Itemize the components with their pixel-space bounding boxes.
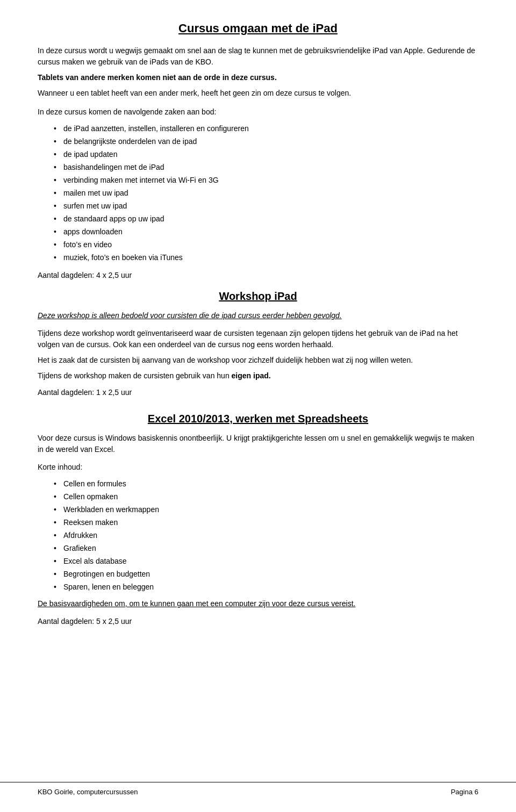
excel-footer-note: De basisvaardigheden om, om te kunnen ga… (38, 598, 478, 609)
excel-section: Excel 2010/2013, werken met Spreadsheets… (38, 413, 478, 626)
workshop-title: Workshop iPad (38, 290, 478, 303)
excel-subjects-list: Cellen en formules Cellen opmaken Werkbl… (54, 478, 478, 593)
footer-right: Pagina 6 (451, 788, 478, 796)
list-item: Grafieken (54, 543, 478, 554)
page-footer: KBO Goirle, computercursussen Pagina 6 (0, 782, 516, 801)
list-item: Cellen en formules (54, 478, 478, 490)
list-item: Werkbladen en werkmappen (54, 504, 478, 515)
list-item: Reeksen maken (54, 517, 478, 528)
subjects-list: de iPad aanzetten, instellen, installere… (54, 123, 478, 263)
list-item: foto’s en video (54, 239, 478, 250)
list-item: Sparen, lenen en beleggen (54, 581, 478, 593)
list-item: mailen met uw ipad (54, 188, 478, 199)
list-item: Afdrukken (54, 530, 478, 541)
page-container: Cursus omgaan met de iPad In deze cursus… (0, 0, 516, 812)
workshop-desc-3: Tijdens de workshop maken de cursisten g… (38, 370, 478, 382)
list-item: muziek, foto’s en boeken via iTunes (54, 252, 478, 263)
list-item: de ipad updaten (54, 149, 478, 160)
workshop-subtitle-text: Deze workshop is alleen bedoeld voor cur… (38, 311, 342, 320)
list-item: verbinding maken met internet via Wi-Fi … (54, 175, 478, 186)
bold-tablets-text: Tablets van andere merken komen niet aan… (38, 73, 277, 82)
dagdelen-1: Aantal dagdelen: 4 x 2,5 uur (38, 271, 478, 279)
list-item: de standaard apps op uw ipad (54, 213, 478, 225)
subjects-intro: In deze cursus komen de navolgende zaken… (38, 106, 478, 118)
workshop-section: Workshop iPad Deze workshop is alleen be… (38, 290, 478, 397)
list-item: surfen met uw ipad (54, 200, 478, 212)
list-item: de iPad aanzetten, instellen, installere… (54, 123, 478, 134)
korte-inhoud: Korte inhoud: (38, 462, 478, 473)
footer-left: KBO Goirle, computercursussen (38, 788, 138, 796)
own-ipad-text: eigen ipad. (232, 371, 271, 380)
workshop-desc-1: Tijdens deze workshop wordt geïnventaris… (38, 328, 478, 350)
intro-paragraph-2: Wanneer u een tablet heeft van een ander… (38, 88, 478, 99)
intro-bold-sentence: Tablets van andere merken komen niet aan… (38, 72, 478, 83)
main-title: Cursus omgaan met de iPad (38, 21, 478, 35)
excel-dagdelen: Aantal dagdelen: 5 x 2,5 uur (38, 617, 478, 626)
workshop-desc-2: Het is zaak dat de cursisten bij aanvang… (38, 355, 478, 366)
excel-title: Excel 2010/2013, werken met Spreadsheets (38, 413, 478, 425)
workshop-dagdelen: Aantal dagdelen: 1 x 2,5 uur (38, 388, 478, 397)
list-item: Excel als database (54, 556, 478, 567)
intro-paragraph-1: In deze cursus wordt u wegwijs gemaakt o… (38, 45, 478, 68)
list-item: de belangrijkste onderdelen van de ipad (54, 136, 478, 147)
list-item: Begrotingen en budgetten (54, 569, 478, 580)
workshop-subtitle: Deze workshop is alleen bedoeld voor cur… (38, 310, 478, 321)
list-item: basishandelingen met de iPad (54, 162, 478, 173)
list-item: apps downloaden (54, 226, 478, 238)
excel-intro: Voor deze cursus is Windows basiskennis … (38, 433, 478, 455)
list-item: Cellen opmaken (54, 491, 478, 502)
